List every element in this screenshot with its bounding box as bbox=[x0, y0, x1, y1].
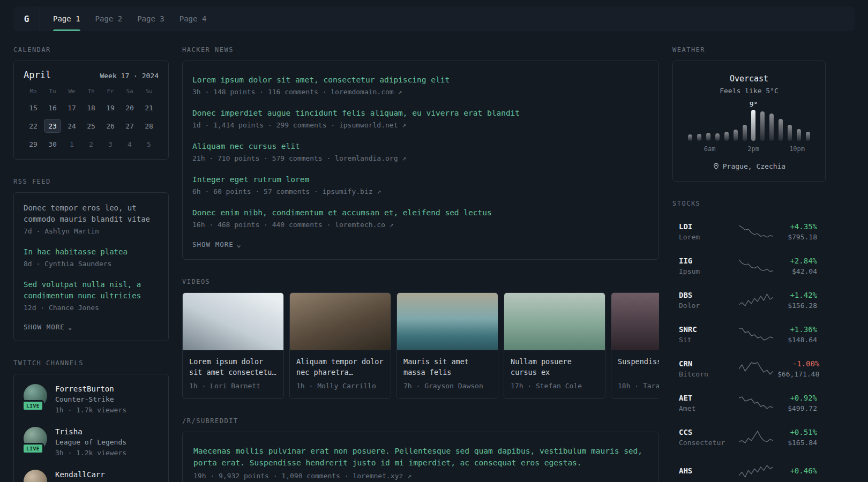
calendar-day: 19 bbox=[101, 100, 120, 115]
weather-widget: WEATHER Overcast Feels like 5°C 9° 6am 2… bbox=[672, 46, 826, 182]
rss-show-more-button[interactable]: SHOW MORE ⌄ bbox=[24, 323, 73, 331]
stock-change: +2.84% bbox=[777, 256, 817, 266]
hacker-news-item-meta[interactable]: 16h · 468 points · 440 comments · loremt… bbox=[192, 220, 649, 230]
weather-bar bbox=[715, 133, 720, 141]
calendar-day-header: Fr bbox=[101, 88, 120, 95]
calendar-day-header: Tu bbox=[43, 88, 62, 95]
twitch-channel-name[interactable]: ForrestBurton bbox=[55, 384, 126, 394]
page-tab[interactable]: Page 1 bbox=[53, 6, 80, 31]
calendar-day-header: Mo bbox=[24, 88, 43, 95]
rss-item-title[interactable]: In hac habitasse platea bbox=[24, 246, 159, 258]
stock-values: +1.36% $148.64 bbox=[777, 325, 817, 344]
calendar-day: 17 bbox=[62, 100, 81, 115]
calendar-card: April Week 17 · 2024 MoTuWeThFrSaSu 15 1… bbox=[13, 61, 169, 160]
stock-row[interactable]: AHS +0.46% bbox=[672, 454, 826, 482]
video-title[interactable]: Lorem ipsum dolor sit amet consectetu… bbox=[189, 356, 277, 378]
calendar-widget: CALENDAR April Week 17 · 2024 MoTuWeThFr… bbox=[13, 46, 169, 160]
weather-bar bbox=[688, 134, 692, 141]
page-tab-label: Page 4 bbox=[179, 14, 207, 23]
rss-card: Donec tempor eros leo, ut commodo mauris… bbox=[13, 192, 169, 341]
hacker-news-card: Lorem ipsum dolor sit amet, consectetur … bbox=[182, 61, 659, 260]
weather-location: Prague, Czechia bbox=[685, 162, 813, 170]
hacker-news-item-title[interactable]: Donec imperdiet augue tincidunt felis al… bbox=[192, 108, 649, 119]
stock-row[interactable]: DBS Dolor +1.42% $156.28 bbox=[672, 283, 826, 317]
video-title[interactable]: Nullam posuere cursus ex bbox=[511, 356, 598, 378]
video-title[interactable]: Suspendisse diam bbox=[618, 356, 659, 378]
twitch-channel[interactable]: LIVE ForrestBurton Counter-Strike 1h · 1… bbox=[24, 384, 159, 416]
left-column: CALENDAR April Week 17 · 2024 MoTuWeThFr… bbox=[13, 46, 169, 482]
hacker-news-item-meta[interactable]: 1d · 1,414 points · 299 comments · ipsum… bbox=[192, 120, 649, 131]
hacker-news-widget-label: HACKER NEWS bbox=[182, 46, 659, 54]
video-thumbnail bbox=[397, 293, 498, 350]
calendar-day: 29 bbox=[24, 137, 43, 152]
page-tabs: Page 1 Page 2 Page 3 Page 4 bbox=[40, 6, 219, 31]
twitch-channel[interactable]: LIVE Trisha League of Legends 3h · 1.2k … bbox=[24, 427, 159, 458]
video-card[interactable]: Mauris sit amet massa felis 7h · Grayson… bbox=[396, 292, 498, 399]
video-title[interactable]: Mauris sit amet massa felis bbox=[403, 356, 491, 378]
hacker-news-item: Donec imperdiet augue tincidunt felis al… bbox=[192, 108, 649, 131]
stock-values: +0.46% bbox=[777, 466, 817, 477]
chevron-down-icon: ⌄ bbox=[237, 242, 242, 247]
calendar-day: 25 bbox=[81, 118, 101, 133]
hacker-news-item-meta[interactable]: 6h · 60 points · 57 comments · ipsumify.… bbox=[192, 186, 649, 197]
calendar-day: 30 bbox=[43, 137, 62, 152]
video-card[interactable]: Lorem ipsum dolor sit amet consectetu… 1… bbox=[182, 292, 284, 399]
rss-item-title[interactable]: Sed volutpat nulla nisl, a condimentum n… bbox=[24, 279, 159, 302]
twitch-channel[interactable]: LIVE KendallCarr bbox=[24, 470, 159, 482]
stock-ticker: IIG bbox=[679, 256, 735, 266]
stock-row[interactable]: IIG Ipsum +2.84% $42.04 bbox=[672, 248, 826, 283]
hacker-news-item-meta[interactable]: 3h · 148 points · 116 comments · loremdo… bbox=[192, 87, 649, 97]
rss-item[interactable]: Sed volutpat nulla nisl, a condimentum n… bbox=[24, 279, 159, 313]
video-thumbnail bbox=[183, 293, 283, 350]
app-logo[interactable]: G bbox=[13, 6, 40, 31]
rss-item[interactable]: In hac habitasse platea 8d · Cynthia Sau… bbox=[24, 246, 159, 269]
twitch-widget-label: TWITCH CHANNELS bbox=[13, 359, 169, 367]
stock-name: Sit bbox=[679, 336, 735, 344]
rss-item-meta: 12d · Chance Jones bbox=[24, 303, 159, 313]
weather-bar bbox=[788, 125, 792, 141]
hacker-news-item-title[interactable]: Aliquam nec cursus elit bbox=[192, 141, 649, 152]
hacker-news-item-title[interactable]: Integer eget rutrum lorem bbox=[192, 174, 649, 185]
page-tab[interactable]: Page 2 bbox=[95, 6, 123, 31]
hacker-news-item-meta[interactable]: 21h · 710 points · 579 comments · loreml… bbox=[192, 153, 649, 164]
videos-row: Lorem ipsum dolor sit amet consectetu… 1… bbox=[182, 292, 659, 399]
video-title[interactable]: Aliquam tempor dolor nec pharetra… bbox=[296, 356, 384, 378]
stock-row[interactable]: CRN Bitcorn -1.00% $66,171.48 bbox=[672, 351, 826, 386]
calendar-day: 28 bbox=[139, 118, 159, 133]
video-card[interactable]: Suspendisse diam 18h · Tara bbox=[611, 292, 659, 399]
subreddit-post-meta[interactable]: 19h · 9,932 points · 1,090 comments · lo… bbox=[193, 471, 648, 481]
twitch-channel-name[interactable]: KendallCarr bbox=[55, 470, 105, 480]
calendar-day-header: Th bbox=[81, 88, 101, 95]
stock-name: Bitcorn bbox=[679, 370, 735, 378]
video-thumbnail bbox=[504, 293, 605, 350]
stock-row[interactable]: SNRC Sit +1.36% $148.64 bbox=[672, 317, 826, 351]
calendar-day: 15 bbox=[24, 100, 43, 115]
calendar-day: 3 bbox=[101, 137, 120, 152]
stock-ticker: CRN bbox=[679, 359, 735, 368]
weather-time-label: 2pm bbox=[747, 145, 759, 153]
weather-bar bbox=[797, 129, 801, 141]
hacker-news-item-title[interactable]: Donec enim nibh, condimentum et accumsan… bbox=[192, 207, 649, 219]
hacker-news-item-title[interactable]: Lorem ipsum dolor sit amet, consectetur … bbox=[192, 74, 649, 86]
stock-change: -1.00% bbox=[777, 359, 819, 368]
rss-item-title[interactable]: Donec tempor eros leo, ut commodo mauris… bbox=[24, 202, 159, 225]
twitch-channel-info: Trisha League of Legends 3h · 1.2k viewe… bbox=[55, 427, 126, 458]
stock-row[interactable]: AET Amet +0.92% $499.72 bbox=[672, 386, 826, 420]
stock-row[interactable]: CCS Consectetur +0.51% $165.84 bbox=[672, 420, 826, 454]
page-tab[interactable]: Page 3 bbox=[137, 6, 164, 31]
stock-values: -1.00% $66,171.48 bbox=[777, 359, 819, 378]
calendar-day: 21 bbox=[139, 100, 159, 115]
subreddit-post-title[interactable]: Maecenas mollis pulvinar erat non posuer… bbox=[193, 445, 648, 469]
video-card[interactable]: Aliquam tempor dolor nec pharetra… 1h · … bbox=[289, 292, 391, 399]
stock-row[interactable]: LDI Lorem +4.35% $795.18 bbox=[672, 214, 826, 248]
twitch-channel-name[interactable]: Trisha bbox=[55, 427, 126, 437]
twitch-channel-viewers: 1h · 1.7k viewers bbox=[55, 405, 126, 416]
video-card-body: Mauris sit amet massa felis 7h · Grayson… bbox=[397, 350, 498, 398]
calendar-day: 23 bbox=[43, 118, 62, 133]
hacker-news-show-more-button[interactable]: SHOW MORE ⌄ bbox=[192, 240, 242, 248]
weather-bar bbox=[760, 111, 765, 141]
page-tab[interactable]: Page 4 bbox=[179, 6, 207, 31]
rss-item[interactable]: Donec tempor eros leo, ut commodo mauris… bbox=[24, 202, 159, 237]
video-card[interactable]: Nullam posuere cursus ex 17h · Stefan Co… bbox=[504, 292, 605, 399]
calendar-day-header: Su bbox=[139, 88, 159, 95]
